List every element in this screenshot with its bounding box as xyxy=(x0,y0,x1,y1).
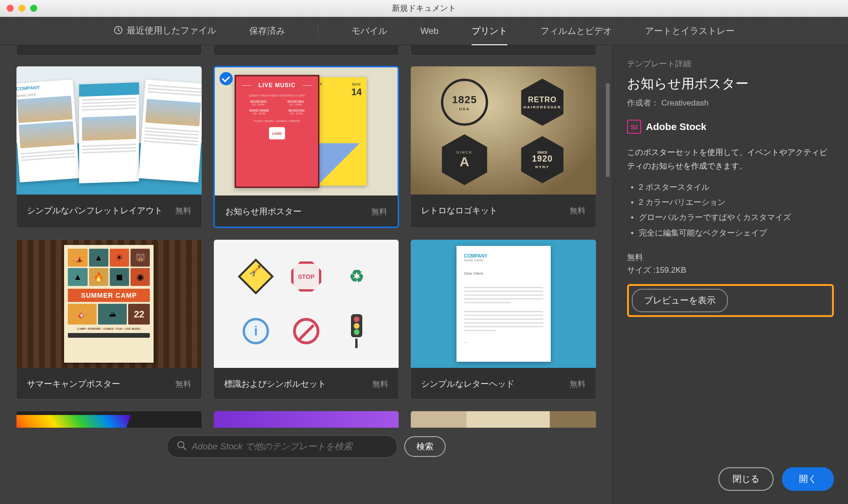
detail-size-label: サイズ : xyxy=(627,266,655,275)
adobe-stock-row[interactable]: St Adobe Stock xyxy=(627,120,834,134)
main-row: COMPANY NAME HERE xyxy=(0,45,848,504)
detail-author-label: 作成者： xyxy=(627,98,659,107)
detail-author: 作成者： Creativedash xyxy=(627,98,834,108)
template-footer: レトロなロゴキット 無料 xyxy=(411,195,596,226)
window-close-button[interactable] xyxy=(7,5,14,12)
info-icon: i xyxy=(243,318,269,344)
svg-line-2 xyxy=(183,447,186,450)
tab-saved[interactable]: 保存済み xyxy=(249,16,285,46)
template-thumbnail: 🚶 STOP ♻ i xyxy=(214,240,399,368)
template-card-letterhead[interactable]: COMPANY NAME HERE Dear Client, — xyxy=(410,239,596,399)
tab-divider xyxy=(318,24,318,38)
detail-price: 無料 xyxy=(627,252,834,263)
adobe-stock-label: Adobe Stock xyxy=(646,121,706,132)
window-maximize-button[interactable] xyxy=(30,5,37,12)
detail-bullet: 2 ポスタースタイル xyxy=(631,180,834,195)
thumb-text: LIVE MUSIC xyxy=(240,80,314,90)
thumb-text: EVERY FRIDAY NIGHT STARTING AT 6PM xyxy=(240,94,314,97)
thumb-text: NAME HERE xyxy=(464,259,543,262)
detail-size-value: 159.2KB xyxy=(655,266,686,275)
stop-sign-icon: STOP xyxy=(291,261,321,292)
window-minimize-button[interactable] xyxy=(18,5,25,12)
tab-recent-label: 最近使用したファイル xyxy=(127,25,216,35)
preview-button[interactable]: プレビューを表示 xyxy=(632,289,728,312)
thumb-text: RETRO xyxy=(528,96,557,104)
template-thumbnail: COMPANY NAME HERE Dear Client, — xyxy=(411,240,596,368)
thumb-text: MUSICIAN xyxy=(288,109,304,112)
thumb-text: MAY xyxy=(352,82,361,87)
detail-size: サイズ :159.2KB xyxy=(627,265,834,276)
template-card-announcement-poster[interactable]: LIVE MUSIC EVERY FRIDAY NIGHT STARTING A… xyxy=(213,66,400,228)
template-card-partial[interactable] xyxy=(213,45,400,56)
window-controls xyxy=(0,5,37,12)
thumb-text: COMPANY xyxy=(464,253,543,259)
templates-grid: COMPANY NAME HERE xyxy=(16,66,596,399)
recycle-icon: ♻ xyxy=(340,260,374,293)
prohibited-icon xyxy=(293,318,319,344)
thumb-text: MUSICIAN xyxy=(287,100,303,103)
tab-film-video[interactable]: フィルムとビデオ xyxy=(540,16,612,46)
thumb-text: BAND NAME xyxy=(250,109,269,112)
template-card-pamphlet[interactable]: COMPANY NAME HERE xyxy=(16,66,202,228)
preview-button-highlight: プレビューを表示 xyxy=(627,284,834,317)
titlebar: 新規ドキュメント xyxy=(0,0,848,17)
thumb-text: MUSICIAN xyxy=(250,100,266,103)
template-card-partial[interactable] xyxy=(213,411,400,428)
template-card-retro-logo[interactable]: 1825USA RETROHAIRDRESSER SINCEA SINCE192… xyxy=(410,66,596,228)
detail-bullet: グローバルカラーですばやくカスタマイズ xyxy=(631,210,834,225)
template-card-signs-symbols[interactable]: 🚶 STOP ♻ i 標識およびシンボルセット 無料 xyxy=(213,239,400,399)
template-price: 無料 xyxy=(372,379,388,390)
detail-bullet: 2 カラーバリエーション xyxy=(631,195,834,210)
templates-area: COMPANY NAME HERE xyxy=(0,45,612,504)
detail-author-name: Creativedash xyxy=(661,98,709,107)
template-footer: シンプルなパンフレットレイアウト 無料 xyxy=(16,195,202,226)
partial-row-top xyxy=(16,45,596,56)
thumb-text: 1920 xyxy=(532,154,553,164)
thumb-text: SINCE xyxy=(457,150,473,154)
search-icon xyxy=(177,440,187,453)
template-price: 無料 xyxy=(371,206,387,217)
thumb-text: 22 xyxy=(128,304,150,325)
search-button[interactable]: 検索 xyxy=(404,436,446,457)
open-button[interactable]: 開く xyxy=(782,467,834,491)
tab-web[interactable]: Web xyxy=(420,17,439,45)
detail-panel: テンプレート詳細 お知らせ用ポスター 作成者： Creativedash St … xyxy=(612,45,848,504)
scrollbar-thumb[interactable] xyxy=(606,83,610,177)
template-thumbnail: ⛺ ▲ ☀ 🐻 ▲ 🔥 ◼ ◉ SUMME xyxy=(16,240,202,368)
clock-icon xyxy=(114,25,123,37)
detail-bullets: 2 ポスタースタイル 2 カラーバリエーション グローバルカラーですばやくカスタ… xyxy=(627,180,834,241)
template-price: 無料 xyxy=(175,205,191,216)
tab-mobile[interactable]: モバイル xyxy=(351,16,387,46)
close-button[interactable]: 閉じる xyxy=(718,467,774,491)
window-title: 新規ドキュメント xyxy=(0,3,848,14)
detail-title: お知らせ用ポスター xyxy=(627,75,834,93)
tab-print[interactable]: プリント xyxy=(472,16,507,46)
search-input-wrap xyxy=(167,435,398,458)
template-price: 無料 xyxy=(175,379,191,390)
template-card-partial[interactable] xyxy=(410,45,596,56)
template-price: 無料 xyxy=(570,205,586,216)
thumb-text: Dear Client, xyxy=(464,271,543,276)
adobe-stock-icon: St xyxy=(627,120,641,134)
template-card-summer-camp[interactable]: ⛺ ▲ ☀ 🐻 ▲ 🔥 ◼ ◉ SUMME xyxy=(16,239,202,399)
thumb-text: A xyxy=(460,154,469,170)
dialog-buttons: 閉じる 開く xyxy=(627,467,834,491)
thumb-text: NYNY xyxy=(535,165,549,169)
traffic-light-icon xyxy=(340,314,374,348)
search-bar: 検索 xyxy=(16,428,596,465)
template-thumbnail: LIVE MUSIC EVERY FRIDAY NIGHT STARTING A… xyxy=(215,67,398,195)
tab-art-illustration[interactable]: アートとイラストレー xyxy=(645,16,734,46)
template-title: レトロなロゴキット xyxy=(421,205,497,216)
detail-section-label: テンプレート詳細 xyxy=(627,58,834,69)
template-footer: 標識およびシンボルセット 無料 xyxy=(214,368,399,399)
tab-recent[interactable]: 最近使用したファイル xyxy=(114,16,216,45)
app-body: 最近使用したファイル 保存済み モバイル Web プリント フィルムとビデオ ア… xyxy=(0,17,848,504)
template-card-partial[interactable] xyxy=(16,411,202,428)
template-card-partial[interactable] xyxy=(16,45,202,56)
thumb-text: SINCE xyxy=(538,151,547,154)
search-input[interactable] xyxy=(192,441,388,452)
template-card-partial[interactable] xyxy=(410,411,596,428)
thumb-text: 14 xyxy=(351,87,362,98)
scrollbar[interactable] xyxy=(606,45,610,504)
template-footer: お知らせ用ポスター 無料 xyxy=(215,195,398,227)
